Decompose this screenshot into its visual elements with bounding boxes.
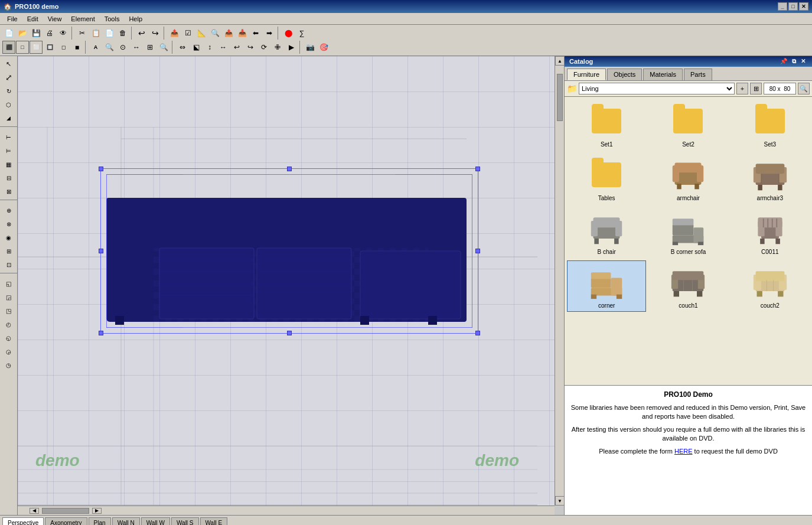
catalog-close-button[interactable]: ✕ xyxy=(799,58,807,65)
copy-button[interactable]: 📋 xyxy=(89,27,102,40)
tab-parts[interactable]: Parts xyxy=(684,69,712,80)
menu-element[interactable]: Element xyxy=(66,14,99,24)
size-input[interactable]: 80 x 80 xyxy=(764,83,796,94)
tool11[interactable]: ⊕ xyxy=(2,204,16,217)
catalog-grid[interactable]: Set1 Set2 Set3 Tables xyxy=(565,97,812,385)
tool19[interactable]: ◴ xyxy=(2,318,16,331)
catalog-item-tables[interactable]: Tables xyxy=(567,153,646,204)
tool21[interactable]: ◶ xyxy=(2,345,16,358)
menu-help[interactable]: Help xyxy=(124,14,147,24)
catalog-item-set3[interactable]: Set3 xyxy=(731,99,810,151)
tab-wall-w[interactable]: Wall W xyxy=(141,517,170,525)
tb2-rot3[interactable]: ⟳ xyxy=(257,41,270,54)
handle-bm[interactable] xyxy=(287,331,292,335)
rotate-tool[interactable]: ↻ xyxy=(2,84,16,97)
catalog-float-button[interactable]: ⧉ xyxy=(790,58,798,65)
tab-wall-e[interactable]: Wall E xyxy=(200,517,228,525)
tb2-target[interactable]: 🎯 xyxy=(317,41,330,54)
handle-tr[interactable] xyxy=(475,167,480,171)
catalog-item-c0011[interactable]: C0011 xyxy=(731,207,810,258)
delete-button[interactable]: 🗑 xyxy=(116,27,129,40)
preview-button[interactable]: 👁 xyxy=(57,27,70,40)
scale-tool[interactable]: ⬡ xyxy=(2,98,16,111)
handle-ml[interactable] xyxy=(99,249,103,253)
select-tool[interactable]: ↖ xyxy=(2,57,16,70)
tool14[interactable]: ⊞ xyxy=(2,244,16,257)
print-button[interactable]: 🖨 xyxy=(43,27,56,40)
handle-mr[interactable] xyxy=(475,249,480,253)
tb2-camera[interactable]: 📷 xyxy=(304,41,317,54)
handle-bl[interactable] xyxy=(99,331,103,335)
tab-perspective[interactable]: Perspective xyxy=(2,517,44,525)
tb2-move1[interactable]: ⇔ xyxy=(176,41,189,54)
handle-tm[interactable] xyxy=(287,167,292,171)
hscroll-right-arrow[interactable]: ▶ xyxy=(92,508,102,514)
save-button[interactable]: 💾 xyxy=(30,27,43,40)
catalog-title-buttons[interactable]: 📌 ⧉ ✕ xyxy=(778,58,807,65)
tool5[interactable]: ◢ xyxy=(2,112,16,125)
next-button[interactable]: ➡ xyxy=(263,27,276,40)
tb2-btn3[interactable]: ⬜ xyxy=(30,41,43,54)
tb2-resize[interactable]: ↔ xyxy=(130,41,143,54)
canvas-area[interactable]: demo demo ▲ ▼ ◀ ▶ xyxy=(18,56,564,515)
tb2-text[interactable]: A xyxy=(89,41,102,54)
maximize-button[interactable]: □ xyxy=(788,2,798,11)
tb2-zoomin[interactable]: 🔍 xyxy=(157,41,170,54)
handle-tl[interactable] xyxy=(99,167,103,171)
tab-wall-s[interactable]: Wall S xyxy=(171,517,199,525)
tool22[interactable]: ◷ xyxy=(2,358,16,371)
catalog-item-corner[interactable]: corner xyxy=(567,260,646,312)
export-button[interactable]: 📤 xyxy=(168,27,181,40)
title-bar-controls[interactable]: _ □ ✕ xyxy=(778,2,808,11)
vscroll-down-arrow[interactable]: ▼ xyxy=(555,496,564,506)
catalog-item-armchair3[interactable]: armchair3 xyxy=(731,153,810,204)
sum-button[interactable]: ∑ xyxy=(295,27,308,40)
tb2-btn6[interactable]: ◼ xyxy=(70,41,83,54)
minimize-button[interactable]: _ xyxy=(778,2,787,11)
tb2-plus[interactable]: ✙ xyxy=(271,41,284,54)
window-tool[interactable]: ▦ xyxy=(2,158,16,171)
zoom-catalog-button[interactable]: 🔍 xyxy=(798,83,810,94)
view-canvas[interactable]: demo demo xyxy=(18,56,555,506)
open-button[interactable]: 📂 xyxy=(16,27,29,40)
tb2-move4[interactable]: ↔ xyxy=(217,41,230,54)
horizontal-scrollbar[interactable]: ◀ ▶ xyxy=(18,506,555,515)
view-toggle-button[interactable]: ⊞ xyxy=(750,83,762,94)
import-button[interactable]: 📥 xyxy=(236,27,249,40)
catalog-item-bchair[interactable]: B chair xyxy=(567,207,646,258)
wall-tool[interactable]: ⊢ xyxy=(2,131,16,144)
tab-axonometry[interactable]: Axonometry xyxy=(45,517,87,525)
tool17[interactable]: ◲ xyxy=(2,291,16,304)
tb2-grid[interactable]: ⊞ xyxy=(144,41,156,54)
redo-button[interactable]: ↪ xyxy=(149,27,162,40)
tb2-btn1[interactable]: ⬛ xyxy=(2,41,15,54)
tb2-move2[interactable]: ⬕ xyxy=(190,41,203,54)
vscroll-thumb[interactable] xyxy=(557,74,563,121)
tb2-search[interactable]: 🔍 xyxy=(103,41,116,54)
category-select[interactable]: Living Bedroom Kitchen Office xyxy=(579,83,735,94)
sofa-object[interactable] xyxy=(106,174,472,328)
tool15[interactable]: ⊡ xyxy=(2,258,16,271)
catalog-item-couch2[interactable]: couch2 xyxy=(731,260,810,312)
close-button[interactable]: ✕ xyxy=(799,2,808,11)
tb2-arr[interactable]: ▶ xyxy=(285,41,298,54)
measure-button[interactable]: 📐 xyxy=(195,27,208,40)
tb2-rot1[interactable]: ↩ xyxy=(230,41,243,54)
door-tool[interactable]: ⊨ xyxy=(2,144,16,157)
handle-br[interactable] xyxy=(475,331,480,335)
tool16[interactable]: ◱ xyxy=(2,277,16,290)
tool10[interactable]: ⊠ xyxy=(2,185,16,198)
menu-file[interactable]: File xyxy=(2,14,22,24)
catalog-item-set1[interactable]: Set1 xyxy=(567,99,646,151)
tab-objects[interactable]: Objects xyxy=(607,69,642,80)
menu-edit[interactable]: Edit xyxy=(22,14,43,24)
tab-furniture[interactable]: Furniture xyxy=(567,69,606,80)
checklist-button[interactable]: ☑ xyxy=(181,27,194,40)
new-button[interactable]: 📄 xyxy=(2,27,15,40)
vertical-scrollbar[interactable]: ▲ ▼ xyxy=(555,56,564,506)
move-tool[interactable]: ⤢ xyxy=(2,71,16,84)
tb2-btn4[interactable]: 🔲 xyxy=(43,41,56,54)
tab-materials[interactable]: Materials xyxy=(643,69,683,80)
record-button[interactable]: ⬤ xyxy=(282,27,295,40)
tb2-move3[interactable]: ↕ xyxy=(203,41,216,54)
